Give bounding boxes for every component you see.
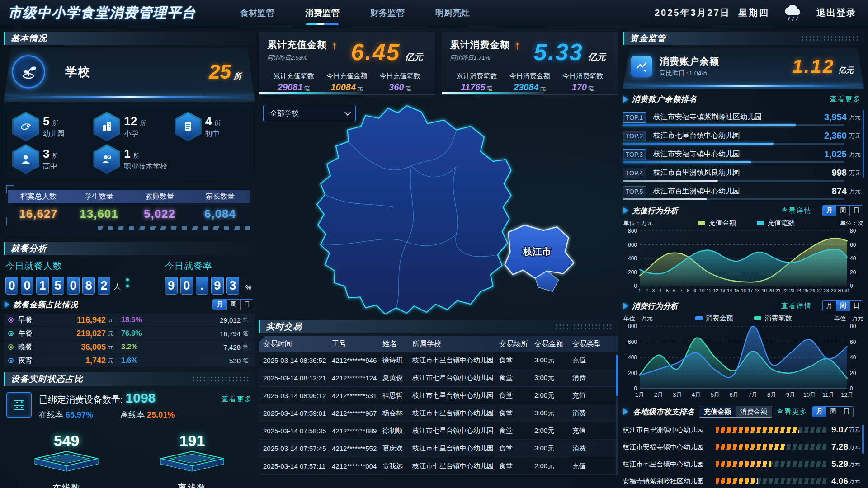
period-tab[interactable]: 周 xyxy=(836,206,849,216)
top-header: 市级中小学食堂消费管理平台 食材监管消费监管财务监管明厨亮灶 2025年3月27… xyxy=(0,0,868,26)
tx-time: 2025-03-14 07:58:35 xyxy=(259,427,327,435)
meal-amount-unit: 元 xyxy=(106,357,121,365)
rank-school-name: 枝江市百里洲镇中心幼儿园 xyxy=(653,187,740,196)
digit-box: 8 xyxy=(82,277,95,295)
ranking-row: TOP.4 枝江市百里洲镇凤良幼儿园 998 万元 xyxy=(623,164,861,182)
legend-recharge-amount: 充值金额 xyxy=(698,219,736,227)
logout-button[interactable]: 退出登录 xyxy=(816,7,856,19)
toggle-option[interactable]: 充值金额 xyxy=(699,406,736,417)
svg-text:12月: 12月 xyxy=(841,391,853,398)
period-tab[interactable]: 周 xyxy=(226,300,240,310)
svg-text:21: 21 xyxy=(775,288,781,293)
svg-text:7: 7 xyxy=(680,288,683,293)
meal-amount-unit: 元 xyxy=(106,330,121,338)
tx-school: 枝江市七星台镇中心幼儿园 xyxy=(408,462,495,470)
right-axis-unit: 单位：万元 xyxy=(834,314,863,323)
period-tab[interactable]: 月 xyxy=(213,300,226,310)
meal-percent: 18.5% xyxy=(121,316,153,324)
tx-type: 充值 xyxy=(568,462,600,470)
period-tab[interactable]: 月 xyxy=(822,206,836,216)
nav-item[interactable]: 消费监管 xyxy=(304,5,340,22)
city-value-unit: 万元 xyxy=(849,443,860,451)
balance-banner: 消费账户余额 同比昨日↑1.04% 1.12亿元 xyxy=(623,48,864,89)
school-filter-dropdown[interactable]: 全部学校 xyxy=(263,105,356,122)
map-svg[interactable]: 枝江市 xyxy=(259,99,618,315)
bound-device-count: 1098 xyxy=(126,390,156,405)
toggle-option[interactable]: 消费金额 xyxy=(736,406,772,417)
svg-text:200: 200 xyxy=(628,370,637,376)
rank-progress-track xyxy=(623,143,844,145)
current-date: 2025年3月27日 星期四 xyxy=(655,7,769,19)
period-tab[interactable]: 周 xyxy=(836,301,849,311)
type-vocational: 1所 职业技术学校 xyxy=(89,146,251,172)
rank-school-name: 枝江市七星台镇中心幼儿园 xyxy=(653,131,740,141)
ranking-scrollbar[interactable] xyxy=(863,110,864,178)
device-more-link[interactable]: 查看更多 xyxy=(222,395,252,420)
triangle-icon xyxy=(623,207,628,214)
svg-text:27: 27 xyxy=(817,288,822,293)
left-axis-unit: 单位：万元 xyxy=(623,314,653,323)
table-scrollbar[interactable] xyxy=(616,354,618,475)
ranking-more-link[interactable]: 查看更多 xyxy=(830,95,861,103)
nav-item[interactable]: 食材监管 xyxy=(239,5,275,22)
transactions-header-row: 交易时间 工号 姓名 所属学校 交易场所 交易金额 交易类型 xyxy=(259,336,618,352)
period-tab[interactable]: 日 xyxy=(849,206,863,216)
hazard-stripes xyxy=(98,226,250,230)
nav-item[interactable]: 明厨亮灶 xyxy=(434,5,471,22)
svg-text:600: 600 xyxy=(628,242,637,248)
city-more-link[interactable]: 查看更多 xyxy=(777,408,807,416)
tx-place: 食堂 xyxy=(495,356,530,365)
section-basic-info: 基本情况 xyxy=(4,32,255,45)
city-scrollbar[interactable] xyxy=(862,425,864,454)
rank-school-name: 枝江市安福寺镇紫荆岭社区幼儿园 xyxy=(653,113,762,122)
tx-type: 消费 xyxy=(568,444,600,453)
person-gear-icon xyxy=(95,146,118,172)
device-info: 已绑定消费设备数量:1098 在线率 65.97% 离线率 25.01% 查看更… xyxy=(4,390,255,420)
svg-text:7月: 7月 xyxy=(748,391,757,398)
nav-item[interactable]: 财务监管 xyxy=(369,5,406,22)
ranking-row: TOP.2 枝江市七星台镇中心幼儿园 2,360 万元 xyxy=(623,127,861,145)
meal-count-unit: 笔 xyxy=(241,343,250,351)
period-tab[interactable]: 日 xyxy=(849,301,863,311)
tx-amount: 3:00元 xyxy=(530,356,568,365)
meal-period-tabs: 月周日 xyxy=(212,299,254,310)
period-tab[interactable]: 日 xyxy=(840,407,853,417)
period-tab[interactable]: 周 xyxy=(826,407,840,417)
population-stats: 档案总人数 学生数量 教师数量 家长数量 16,627 13,601 5,022… xyxy=(4,183,255,236)
summary-cards: 累计充值金额 同比昨日2.53% ↑ 6.45亿元 累计充值笔数29081笔 今… xyxy=(259,32,618,95)
section-devices: 设备实时状态占比 xyxy=(4,372,255,386)
tx-school: 枝江市七星台镇中心幼儿园 xyxy=(408,444,495,453)
balance-ranking-list: TOP.1 枝江市安福寺镇紫荆岭社区幼儿园 3,954 万元 TOP.2 枝江市… xyxy=(623,108,864,201)
meal-count-unit: 笔 xyxy=(241,330,250,338)
svg-text:28: 28 xyxy=(824,288,830,293)
online-platform: 549 在线数 xyxy=(24,432,109,488)
type-primary: 12所 小学 xyxy=(89,113,170,140)
tx-time: 2025-03-14 08:06:12 xyxy=(259,392,327,399)
recharge-detail-link[interactable]: 查看详情 xyxy=(781,206,812,215)
school-label: 学校 xyxy=(65,64,90,80)
period-tab[interactable]: 月 xyxy=(812,407,826,417)
count-unit: 人 xyxy=(114,282,121,291)
digit-box: 9 xyxy=(165,277,178,295)
period-tab[interactable]: 日 xyxy=(240,300,254,310)
offline-label: 离线数 xyxy=(149,482,235,488)
svg-text:40: 40 xyxy=(850,255,856,262)
legend-consume-count: 消费笔数 xyxy=(754,314,792,323)
center-panel: 累计充值金额 同比昨日2.53% ↑ 6.45亿元 累计充值笔数29081笔 今… xyxy=(259,32,618,485)
tx-school: 枝江市七星台镇中心幼儿园 xyxy=(408,374,495,382)
svg-text:20: 20 xyxy=(769,288,774,293)
period-tab[interactable]: 月 xyxy=(822,301,836,311)
left-panel: 基本情况 学校 25所 5所 幼儿园 xyxy=(4,32,255,485)
svg-text:1月: 1月 xyxy=(635,391,644,398)
rank-badge: TOP.5 xyxy=(623,186,646,197)
svg-text:11月: 11月 xyxy=(822,391,835,398)
rank-unit: 万元 xyxy=(849,132,861,140)
section-dining: 就餐分析 xyxy=(4,242,255,255)
rate-unit: % xyxy=(245,283,251,291)
consume-detail-link[interactable]: 查看详情 xyxy=(781,302,812,310)
rank-progress-fill xyxy=(623,180,718,182)
stat-value: 5,022 xyxy=(129,207,190,221)
svg-text:9月: 9月 xyxy=(786,391,795,398)
digit-box: 2 xyxy=(98,277,110,295)
svg-text:200: 200 xyxy=(628,269,637,276)
